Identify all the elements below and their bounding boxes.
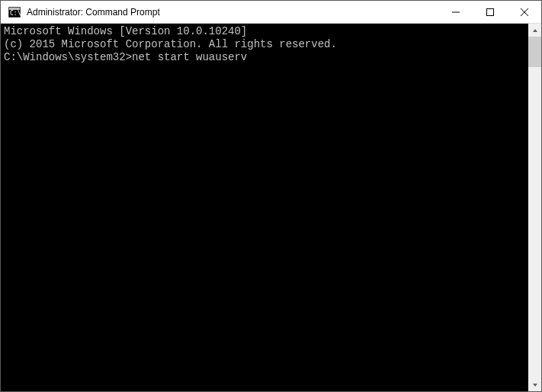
- content-area: Microsoft Windows [Version 10.0.10240](c…: [1, 24, 541, 391]
- version-line: Microsoft Windows [Version 10.0.10240]: [4, 25, 525, 38]
- vertical-scrollbar[interactable]: [528, 24, 541, 391]
- window-title: Administrator: Command Prompt: [27, 7, 438, 18]
- svg-text:C:\: C:\: [10, 10, 21, 17]
- scroll-thumb[interactable]: [528, 37, 541, 67]
- scroll-down-button[interactable]: [528, 378, 541, 391]
- svg-rect-4: [486, 8, 493, 15]
- prompt-text: C:\Windows\system32>: [4, 51, 132, 64]
- svg-marker-8: [533, 384, 537, 387]
- close-button[interactable]: [507, 1, 541, 23]
- minimize-button[interactable]: [438, 1, 473, 23]
- maximize-button[interactable]: [473, 1, 507, 23]
- scroll-up-button[interactable]: [528, 24, 541, 37]
- window-controls: [438, 1, 541, 23]
- cmd-icon: C:\: [7, 5, 22, 20]
- copyright-line: (c) 2015 Microsoft Corporation. All righ…: [4, 38, 525, 51]
- prompt-line: C:\Windows\system32>net start wuauserv: [4, 51, 525, 64]
- titlebar[interactable]: C:\ Administrator: Command Prompt: [1, 1, 541, 24]
- terminal-output[interactable]: Microsoft Windows [Version 10.0.10240](c…: [1, 24, 528, 391]
- command-input[interactable]: net start wuauserv: [132, 51, 247, 64]
- command-prompt-window: C:\ Administrator: Command Prompt Micros…: [0, 0, 542, 392]
- svg-marker-7: [533, 29, 537, 32]
